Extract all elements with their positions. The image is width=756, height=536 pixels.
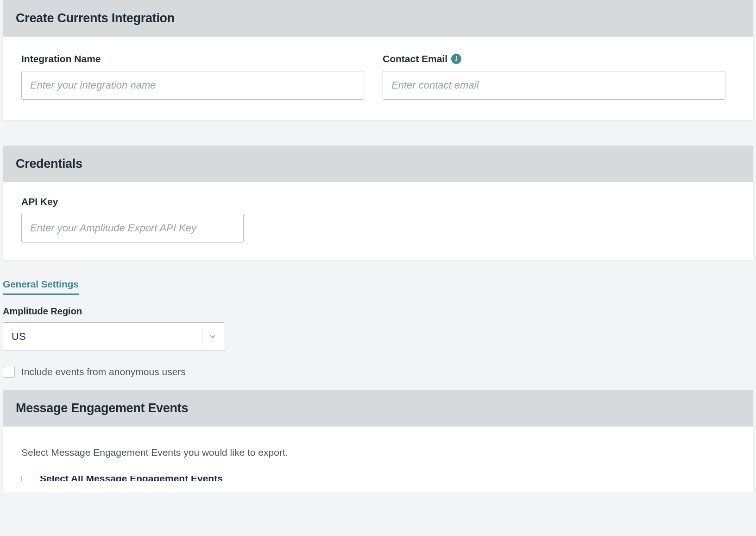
message-engagement-title: Message Engagement Events (16, 401, 740, 415)
api-key-input[interactable] (21, 214, 244, 242)
credentials-body: API Key (3, 182, 753, 260)
integration-name-field: Integration Name (21, 53, 364, 100)
tab-general-settings[interactable]: General Settings (3, 279, 79, 295)
amplitude-region-select[interactable]: US (3, 322, 225, 351)
amplitude-region-label: Amplitude Region (3, 306, 753, 317)
select-all-row: Select All Message Engagement Events (21, 476, 735, 481)
create-integration-header: Create Currents Integration (3, 0, 753, 37)
credentials-panel: Credentials API Key (3, 146, 753, 260)
api-key-label: API Key (21, 196, 244, 207)
contact-email-input[interactable] (383, 71, 725, 100)
create-integration-title: Create Currents Integration (16, 11, 740, 26)
select-all-label: Select All Message Engagement Events (40, 476, 223, 481)
amplitude-region-value: US (12, 331, 202, 343)
message-engagement-panel: Message Engagement Events Select Message… (3, 390, 753, 492)
contact-email-field: Contact Email i (383, 53, 725, 100)
credentials-title: Credentials (16, 157, 740, 171)
integration-name-label: Integration Name (21, 53, 364, 64)
create-integration-body: Integration Name Contact Email i (3, 37, 753, 120)
api-key-field: API Key (21, 196, 244, 242)
integration-name-input[interactable] (21, 71, 364, 100)
create-integration-panel: Create Currents Integration Integration … (3, 0, 753, 120)
credentials-header: Credentials (3, 146, 753, 182)
select-all-checkbox[interactable] (21, 476, 33, 481)
tab-strip: General Settings (0, 273, 756, 295)
anonymous-users-row: Include events from anonymous users (3, 366, 753, 378)
select-divider (202, 328, 202, 345)
chevron-down-icon (209, 333, 216, 340)
general-settings-block: Amplitude Region US Include events from … (0, 295, 756, 390)
message-engagement-header: Message Engagement Events (3, 390, 753, 427)
anonymous-users-label: Include events from anonymous users (21, 366, 186, 377)
contact-email-label: Contact Email i (383, 53, 725, 64)
anonymous-users-checkbox[interactable] (3, 366, 15, 378)
message-engagement-instruction: Select Message Engagement Events you wou… (21, 447, 735, 458)
message-engagement-body: Select Message Engagement Events you wou… (3, 427, 753, 492)
contact-email-label-text: Contact Email (383, 53, 447, 64)
info-icon[interactable]: i (451, 54, 461, 64)
